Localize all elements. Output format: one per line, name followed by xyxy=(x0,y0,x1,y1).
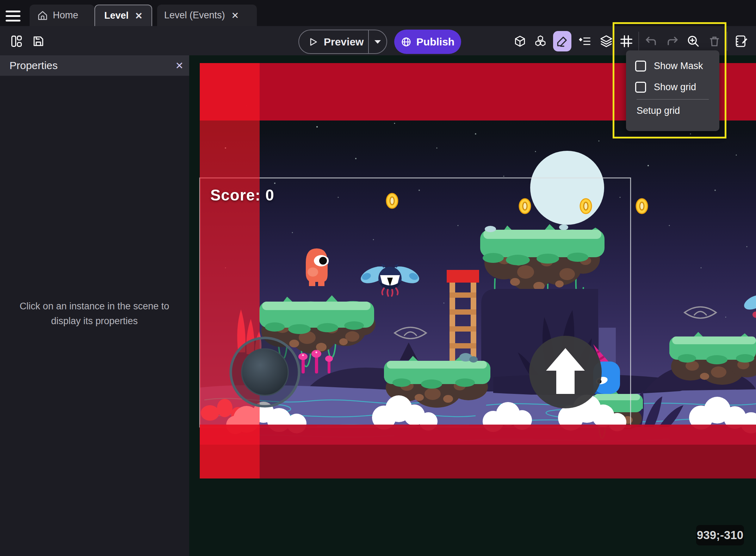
play-icon xyxy=(308,37,318,47)
preview-label: Preview xyxy=(324,36,364,48)
undo-icon[interactable] xyxy=(643,33,659,49)
3d-box-icon[interactable] xyxy=(512,33,528,49)
layers-icon[interactable] xyxy=(598,33,614,49)
close-icon[interactable]: ✕ xyxy=(175,60,184,72)
instances-list-icon[interactable] xyxy=(577,33,593,49)
home-icon xyxy=(37,10,48,21)
preview-button[interactable]: Preview xyxy=(298,30,387,54)
show-grid-checkbox[interactable] xyxy=(635,82,646,93)
player-character[interactable] xyxy=(306,248,329,286)
publish-label: Publish xyxy=(416,36,454,48)
properties-panel-header: Properties ✕ xyxy=(0,55,189,76)
tab-bar: Home Level ✕ Level (Events) ✕ xyxy=(0,0,756,26)
menu-item-show-mask[interactable]: Show Mask xyxy=(626,55,719,76)
chevron-down-icon xyxy=(374,39,382,44)
preview-options-dropdown[interactable] xyxy=(369,39,386,44)
cursor-coordinates-badge: 939;-310 xyxy=(696,525,744,545)
zoom-in-icon[interactable] xyxy=(685,33,701,49)
trash-icon[interactable] xyxy=(706,33,723,49)
tab-label: Home xyxy=(53,10,78,21)
menu-item-label: Setup grid xyxy=(637,105,680,116)
panel-title: Properties xyxy=(10,60,58,72)
properties-panel: Properties ✕ Click on an instance in the… xyxy=(0,55,189,556)
grid-options-menu: Show Mask Show grid Setup grid xyxy=(626,50,719,131)
events-sheet-icon[interactable] xyxy=(733,33,750,49)
score-text-instance[interactable]: Score: 0 xyxy=(210,186,274,204)
close-icon[interactable]: ✕ xyxy=(135,11,143,20)
edit-pencil-icon[interactable] xyxy=(554,33,570,49)
joystick-control[interactable] xyxy=(231,338,299,406)
floating-island-right[interactable] xyxy=(669,332,756,385)
grid-icon[interactable] xyxy=(618,33,634,49)
tab-label: Level (Events) xyxy=(164,10,225,21)
redo-icon[interactable] xyxy=(664,33,680,49)
hamburger-menu-icon[interactable] xyxy=(6,11,20,22)
moon[interactable] xyxy=(530,151,604,225)
objects-icon[interactable] xyxy=(532,33,549,49)
show-mask-checkbox[interactable] xyxy=(635,61,646,72)
tab-label: Level xyxy=(104,10,129,21)
tab-level-events[interactable]: Level (Events) ✕ xyxy=(157,5,257,26)
tab-home[interactable]: Home xyxy=(30,5,94,26)
save-icon[interactable] xyxy=(30,33,47,49)
menu-item-label: Show Mask xyxy=(654,61,703,72)
panels-layout-icon[interactable] xyxy=(8,33,25,49)
jump-button[interactable] xyxy=(529,336,602,408)
tab-level[interactable]: Level ✕ xyxy=(94,5,152,26)
globe-icon xyxy=(401,37,411,47)
menu-item-setup-grid[interactable]: Setup grid xyxy=(626,100,719,122)
publish-button[interactable]: Publish xyxy=(394,30,461,54)
panel-empty-hint: Click on an instance in the scene to dis… xyxy=(12,299,177,329)
close-icon[interactable]: ✕ xyxy=(231,11,239,20)
menu-item-show-grid[interactable]: Show grid xyxy=(626,76,719,98)
menu-item-label: Show grid xyxy=(654,82,696,93)
